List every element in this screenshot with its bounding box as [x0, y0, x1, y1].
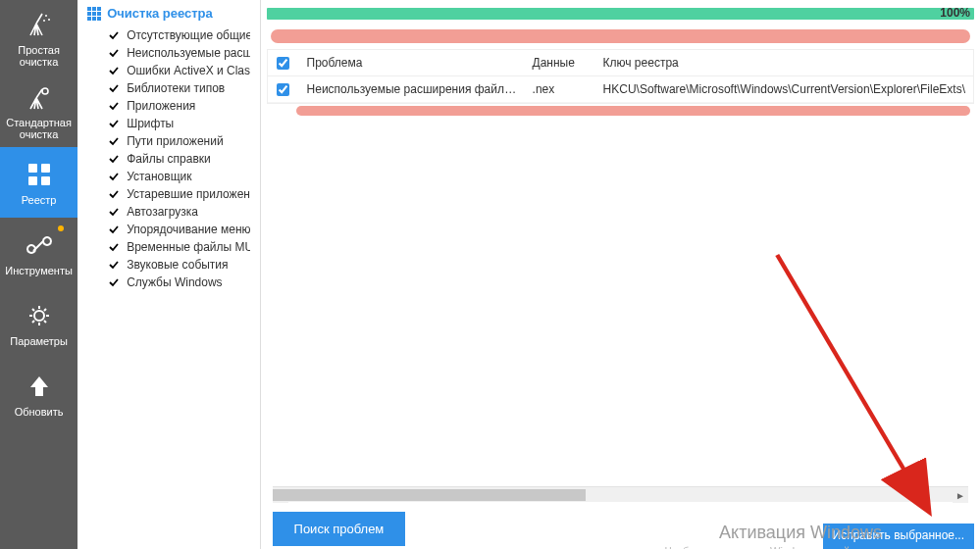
checkmark-icon: [109, 136, 119, 146]
left-sidebar: Простая очистка Стандартная очистка Реес…: [0, 0, 77, 549]
category-item[interactable]: Упорядочивание меню Пуск: [87, 221, 249, 238]
sidebar-item-standard-clean[interactable]: Стандартная очистка: [0, 76, 77, 147]
svg-point-1: [48, 19, 50, 21]
category-label: Временные файлы MUI: [127, 240, 249, 254]
checkmark-icon: [109, 154, 119, 164]
broom-gear-icon: [24, 83, 55, 113]
row-problem: Неиспользуемые расширения файлов: [299, 76, 525, 102]
table-header-row: Проблема Данные Ключ реестра: [268, 50, 973, 76]
svg-rect-6: [28, 176, 37, 185]
scan-progress: 100%: [267, 8, 974, 24]
checkmark-icon: [109, 189, 119, 199]
checkmark-icon: [109, 83, 119, 93]
category-item[interactable]: Устаревшие приложения: [87, 185, 249, 203]
category-item[interactable]: Файлы справки: [87, 150, 249, 168]
svg-point-2: [43, 20, 45, 22]
sidebar-label: Реестр: [22, 194, 57, 206]
category-label: Звуковые события: [127, 258, 228, 272]
row-data: .nex: [525, 76, 595, 102]
sidebar-label: Стандартная очистка: [4, 117, 74, 140]
category-label: Службы Windows: [127, 275, 222, 289]
sidebar-label: Параметры: [10, 335, 68, 347]
table-row[interactable]: Неиспользуемые расширения файлов.nexHKCU…: [268, 76, 973, 103]
category-item[interactable]: Временные файлы MUI: [87, 238, 249, 256]
annotation-highlight-icon: [296, 106, 970, 116]
tiles-icon: [24, 159, 55, 190]
progress-bar-fill: [267, 8, 974, 20]
svg-point-8: [34, 311, 44, 321]
category-item[interactable]: Неиспользуемые расширения фа: [87, 44, 249, 62]
category-item[interactable]: Звуковые события: [87, 256, 249, 274]
footer-bar: Поиск проблем Исправить выбранное...: [267, 502, 974, 549]
category-label: Установщик: [127, 170, 191, 183]
update-dot-icon: [58, 225, 64, 231]
category-item[interactable]: Ошибки ActiveX и Class: [87, 62, 249, 79]
sidebar-item-settings[interactable]: Параметры: [0, 288, 77, 359]
broom-sparkle-icon: [24, 9, 55, 40]
sidebar-item-registry[interactable]: Реестр: [0, 147, 77, 218]
sidebar-label: Инструменты: [5, 265, 73, 276]
checkmark-icon: [109, 101, 119, 111]
checkmark-icon: [109, 66, 119, 75]
svg-point-0: [45, 15, 47, 17]
category-label: Файлы справки: [127, 152, 211, 166]
category-list: Отсутствующие общие DLLНеиспользуемые ра…: [87, 26, 249, 291]
header-data[interactable]: Данные: [525, 50, 595, 75]
grid-icon: [87, 7, 101, 21]
category-label: Приложения: [127, 99, 195, 113]
checkmark-icon: [109, 242, 119, 252]
progress-percent: 100%: [940, 6, 970, 20]
registry-categories-panel: Очистка реестра Отсутствующие общие DLLН…: [77, 0, 260, 549]
category-label: Неиспользуемые расширения фа: [127, 46, 249, 60]
category-item[interactable]: Библиотеки типов: [87, 79, 249, 97]
sidebar-label: Простая очистка: [4, 44, 74, 68]
category-item[interactable]: Пути приложений: [87, 132, 249, 150]
fix-button-label: Исправить выбранное...: [833, 528, 964, 542]
checkmark-icon: [109, 30, 119, 40]
scrollbar-thumb[interactable]: [273, 489, 586, 501]
main-area: 100% Проблема Данные Ключ реестра Неиспо…: [261, 0, 980, 549]
wrench-icon: [24, 229, 55, 261]
category-label: Отсутствующие общие DLL: [127, 28, 249, 42]
category-label: Упорядочивание меню Пуск: [127, 223, 249, 236]
checkmark-icon: [109, 48, 119, 58]
row-key: HKCU\Software\Microsoft\Windows\CurrentV…: [595, 76, 973, 102]
category-item[interactable]: Приложения: [87, 97, 249, 115]
select-all-checkbox[interactable]: [277, 57, 289, 70]
sidebar-item-tools[interactable]: Инструменты: [0, 218, 77, 288]
checkmark-icon: [109, 277, 119, 287]
category-label: Ошибки ActiveX и Class: [127, 64, 249, 77]
arrow-up-icon: [24, 371, 55, 402]
header-registry-key[interactable]: Ключ реестра: [595, 50, 973, 75]
category-label: Устаревшие приложения: [127, 187, 249, 201]
scroll-right-arrow-icon[interactable]: ►: [953, 487, 968, 503]
category-item[interactable]: Установщик: [87, 168, 249, 185]
svg-rect-7: [41, 176, 50, 185]
category-item[interactable]: Автозагрузка: [87, 203, 249, 221]
category-label: Библиотеки типов: [127, 81, 225, 95]
category-item[interactable]: Отсутствующие общие DLL: [87, 26, 249, 44]
sidebar-item-easy-clean[interactable]: Простая очистка: [0, 0, 77, 76]
fix-selected-button[interactable]: Исправить выбранное...: [823, 524, 974, 549]
search-problems-button[interactable]: Поиск проблем: [273, 512, 406, 546]
panel-title: Очистка реестра: [107, 6, 213, 21]
checkmark-icon: [109, 207, 119, 217]
checkmark-icon: [109, 172, 119, 181]
checkmark-icon: [109, 225, 119, 234]
category-item[interactable]: Шрифты: [87, 115, 249, 132]
horizontal-scrollbar[interactable]: ◄ ►: [273, 486, 968, 502]
panel-title-row: Очистка реестра: [87, 6, 249, 21]
sidebar-label: Обновить: [15, 406, 64, 418]
sidebar-item-update[interactable]: Обновить: [0, 359, 77, 429]
svg-rect-5: [41, 164, 50, 173]
header-problem[interactable]: Проблема: [299, 50, 525, 75]
svg-point-3: [42, 88, 48, 94]
svg-rect-4: [28, 164, 37, 173]
header-checkbox-cell: [268, 51, 299, 75]
annotation-highlight-icon: [271, 29, 970, 43]
checkmark-icon: [109, 119, 119, 128]
category-label: Автозагрузка: [127, 205, 198, 219]
row-checkbox[interactable]: [277, 83, 289, 96]
category-label: Пути приложений: [127, 134, 223, 148]
category-item[interactable]: Службы Windows: [87, 274, 249, 291]
